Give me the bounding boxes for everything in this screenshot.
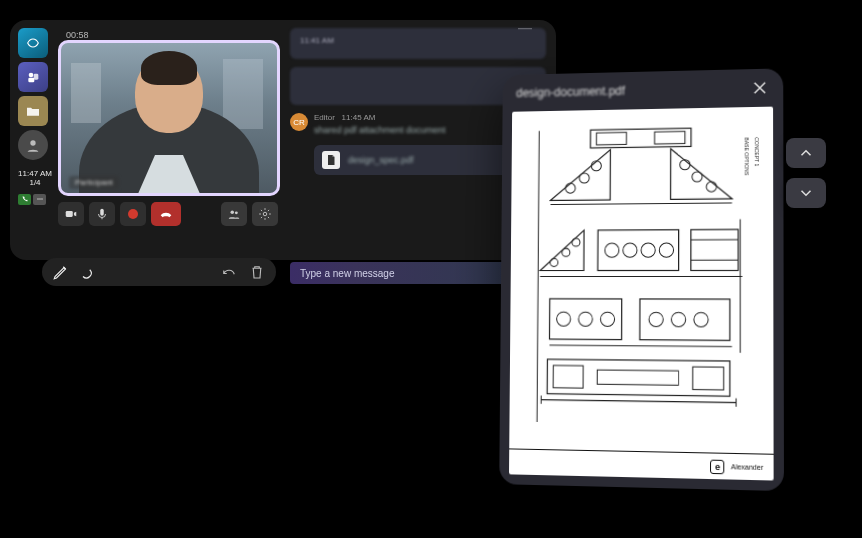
svg-rect-39 bbox=[550, 299, 622, 340]
call-duration-label: 00:58 bbox=[66, 30, 89, 40]
svg-rect-30 bbox=[598, 230, 679, 271]
mic-toggle-button[interactable] bbox=[89, 202, 115, 226]
page-up-button[interactable] bbox=[786, 138, 826, 168]
participants-button[interactable] bbox=[221, 202, 247, 226]
participant-name-tag: Participant bbox=[69, 176, 119, 189]
chat-message[interactable]: 11:41 AM bbox=[290, 28, 546, 59]
pdf-filename: design-document.pdf bbox=[516, 84, 625, 100]
drawing-label-base: BASE OPTIONS bbox=[743, 137, 749, 176]
call-control-bar bbox=[58, 202, 278, 226]
camera-toggle-button[interactable] bbox=[58, 202, 84, 226]
settings-button[interactable] bbox=[252, 202, 278, 226]
svg-rect-1 bbox=[34, 74, 39, 80]
svg-point-0 bbox=[29, 73, 34, 78]
drawing-title-block: e Alexander bbox=[509, 448, 774, 480]
dock-status-row bbox=[18, 194, 52, 205]
svg-point-11 bbox=[263, 212, 267, 216]
dock-mini-options[interactable] bbox=[33, 194, 46, 205]
dock-app-main[interactable] bbox=[18, 28, 48, 58]
message-composer[interactable] bbox=[290, 262, 508, 284]
svg-rect-8 bbox=[100, 209, 104, 216]
pdf-page-nav bbox=[786, 138, 826, 208]
chat-sender-avatar[interactable]: CR bbox=[290, 113, 308, 131]
svg-rect-7 bbox=[66, 211, 73, 217]
svg-point-5 bbox=[39, 198, 40, 199]
svg-line-47 bbox=[549, 345, 731, 346]
page-down-button[interactable] bbox=[786, 178, 826, 208]
svg-line-52 bbox=[541, 400, 736, 403]
brand-name: Alexander bbox=[731, 463, 763, 471]
dock-app-teams[interactable] bbox=[18, 62, 48, 92]
svg-rect-48 bbox=[547, 359, 730, 396]
dock-clock: 11:47 AM 1/4 bbox=[18, 170, 52, 188]
chat-msg-time: 11:41 AM bbox=[300, 36, 536, 45]
video-feed[interactable]: Participant bbox=[58, 40, 280, 196]
pdf-titlebar: design-document.pdf bbox=[503, 68, 784, 112]
svg-point-4 bbox=[37, 198, 38, 199]
app-dock: 11:47 AM 1/4 bbox=[18, 28, 52, 205]
svg-rect-2 bbox=[28, 78, 34, 83]
call-status-button[interactable] bbox=[18, 194, 31, 205]
pdf-title-stem: design-document bbox=[516, 84, 605, 100]
pdf-title-ext: .pdf bbox=[605, 84, 625, 98]
eraser-tool-button[interactable] bbox=[80, 263, 98, 281]
participant-face bbox=[135, 55, 203, 133]
delete-button[interactable] bbox=[248, 263, 266, 281]
svg-point-10 bbox=[235, 211, 238, 214]
technical-drawing: CONCEPT 1 BASE OPTIONS bbox=[519, 117, 763, 468]
undo-button[interactable] bbox=[220, 263, 238, 281]
pen-tool-button[interactable] bbox=[52, 263, 70, 281]
close-button[interactable] bbox=[751, 79, 769, 97]
message-input[interactable] bbox=[300, 268, 498, 279]
svg-rect-35 bbox=[691, 229, 738, 270]
drawing-label-concept: CONCEPT 1 bbox=[754, 137, 760, 166]
svg-point-3 bbox=[30, 140, 35, 145]
annotation-toolbar bbox=[42, 258, 276, 286]
svg-line-55 bbox=[537, 131, 539, 422]
chat-sender-name: Editor bbox=[314, 113, 335, 122]
dock-user-avatar[interactable] bbox=[18, 130, 48, 160]
record-button[interactable] bbox=[120, 202, 146, 226]
dock-app-files[interactable] bbox=[18, 96, 48, 126]
attachment-filename: design_spec.pdf bbox=[348, 155, 414, 165]
svg-point-6 bbox=[41, 198, 42, 199]
pdf-viewer-window[interactable]: design-document.pdf CONCEPT 1 BASE OPTIO… bbox=[499, 68, 784, 491]
pdf-page[interactable]: CONCEPT 1 BASE OPTIONS bbox=[509, 107, 774, 481]
file-icon bbox=[322, 151, 340, 169]
record-icon bbox=[128, 209, 138, 219]
svg-line-25 bbox=[550, 203, 731, 205]
svg-point-9 bbox=[231, 211, 235, 215]
svg-rect-43 bbox=[640, 299, 730, 340]
hangup-button[interactable] bbox=[151, 202, 181, 226]
dock-date-text: 1/4 bbox=[18, 179, 52, 188]
chat-sent-time: 11:45 AM bbox=[342, 113, 376, 122]
brand-logo-icon: e bbox=[710, 459, 724, 474]
